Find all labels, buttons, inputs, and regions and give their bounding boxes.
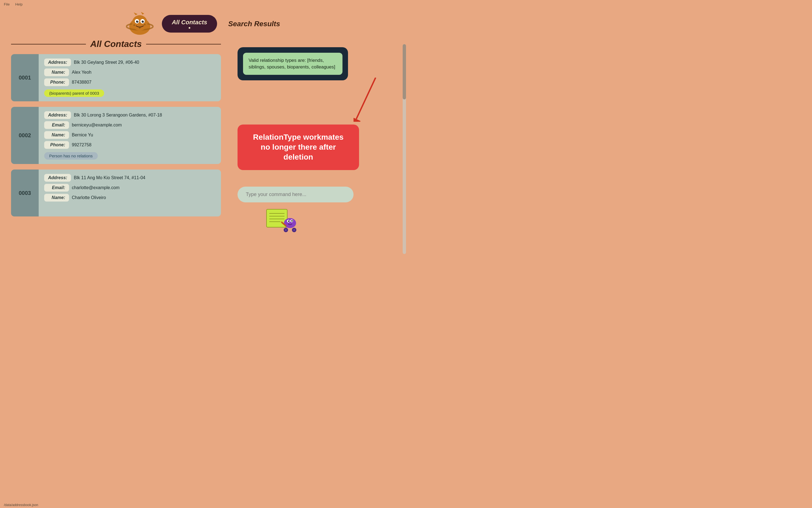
address-value-0002: Blk 30 Lorong 3 Serangoon Gardens, #07-1…: [74, 113, 162, 118]
name-row-0002: Name: Bernice Yu: [44, 131, 215, 139]
logo-area: [126, 11, 154, 36]
all-contacts-button[interactable]: All Contacts: [162, 15, 217, 33]
relation-tag-0002: Person has no relations: [44, 152, 98, 160]
phone-value-0001: 87438807: [72, 80, 91, 85]
scrollbar-track[interactable]: [403, 44, 406, 254]
red-message-text: RelationType workmates no longer there a…: [253, 133, 343, 162]
contact-details-0001: Address: Blk 30 Geylang Street 29, #06-4…: [39, 54, 221, 101]
name-value-0001: Alex Yeoh: [72, 70, 91, 75]
svg-marker-9: [134, 12, 137, 15]
main-layout: All Contacts 0001 Address: Blk 30 Geylan…: [0, 39, 406, 234]
name-value-0002: Bernice Yu: [72, 132, 93, 137]
address-row-0003: Address: Blk 11 Ang Mo Kio Street 74, #1…: [44, 174, 215, 182]
tooltip-container: Valid relationship types are: [friends, …: [238, 47, 395, 80]
menu-file[interactable]: File: [4, 2, 10, 6]
phone-row-0002: Phone: 99272758: [44, 141, 215, 149]
svg-point-11: [133, 24, 135, 26]
email-row-0002: Email: berniceyu@example.com: [44, 121, 215, 129]
svg-point-30: [285, 229, 287, 231]
address-value-0001: Blk 30 Geylang Street 29, #06-40: [74, 60, 139, 65]
email-row-0003: Email: charlotte@example.com: [44, 184, 215, 192]
email-label-0003: Email:: [44, 184, 69, 192]
email-value-0003: charlotte@example.com: [72, 185, 120, 190]
svg-point-7: [137, 21, 138, 22]
svg-marker-10: [141, 12, 144, 15]
contact-card-0002: 0002 Address: Blk 30 Lorong 3 Serangoon …: [11, 107, 221, 164]
tooltip-text: Valid relationship types are: [friends, …: [249, 58, 335, 70]
section-title: All Contacts: [11, 39, 221, 49]
relation-tag-0001: (bioparents) parent of 0003: [44, 89, 104, 97]
contact-id-0002: 0002: [11, 107, 39, 164]
menubar: File Help: [0, 0, 406, 8]
email-value-0002: berniceyu@example.com: [72, 123, 122, 128]
right-panel: Valid relationship types are: [friends, …: [221, 39, 395, 234]
command-input[interactable]: [238, 186, 354, 202]
phone-value-0002: 99272758: [72, 142, 91, 147]
address-label-0002: Address:: [44, 111, 71, 119]
tooltip-green-box: Valid relationship types are: [friends, …: [243, 53, 342, 75]
btn-dot: [189, 27, 190, 29]
name-label-0001: Name:: [44, 69, 69, 76]
all-contacts-btn-label: All Contacts: [172, 19, 207, 26]
mascot-bottom-area: [265, 208, 395, 234]
svg-point-8: [143, 21, 143, 22]
header: All Contacts Search Results: [0, 8, 406, 36]
name-row-0001: Name: Alex Yeoh: [44, 69, 215, 76]
left-panel: All Contacts 0001 Address: Blk 30 Geylan…: [11, 39, 221, 234]
name-label-0002: Name:: [44, 131, 69, 139]
address-value-0003: Blk 11 Ang Mo Kio Street 74, #11-04: [74, 175, 145, 180]
contact-id-0003: 0003: [11, 170, 39, 216]
svg-point-24: [288, 220, 289, 222]
address-row-0001: Address: Blk 30 Geylang Street 29, #06-4…: [44, 58, 215, 66]
menu-help[interactable]: Help: [15, 2, 23, 6]
address-label-0003: Address:: [44, 174, 71, 182]
contact-details-0002: Address: Blk 30 Lorong 3 Serangoon Garde…: [39, 107, 221, 164]
svg-point-25: [291, 220, 293, 221]
address-label-0001: Address:: [44, 58, 71, 66]
app-logo: [126, 11, 154, 36]
command-input-area: [238, 186, 395, 202]
relation-row-0002: Person has no relations: [44, 151, 215, 160]
contact-card-0001: 0001 Address: Blk 30 Geylang Street 29, …: [11, 54, 221, 101]
contact-card-0003: 0003 Address: Blk 11 Ang Mo Kio Street 7…: [11, 170, 221, 216]
name-label-0003: Name:: [44, 194, 69, 202]
tooltip-dark-bg: Valid relationship types are: [friends, …: [238, 47, 348, 80]
address-row-0002: Address: Blk 30 Lorong 3 Serangoon Garde…: [44, 111, 215, 119]
red-arrow-icon: [354, 78, 378, 122]
search-results-label: Search Results: [228, 19, 280, 28]
relation-row-0001: (bioparents) parent of 0003: [44, 88, 215, 97]
red-message-box: RelationType workmates no longer there a…: [238, 125, 359, 170]
svg-point-21: [284, 218, 296, 228]
phone-label-0001: Phone:: [44, 78, 69, 86]
phone-label-0002: Phone:: [44, 141, 69, 149]
email-label-0002: Email:: [44, 121, 69, 129]
contact-details-0003: Address: Blk 11 Ang Mo Kio Street 74, #1…: [39, 170, 221, 216]
svg-point-12: [144, 24, 146, 26]
mascot-writing-icon: [265, 208, 301, 233]
name-row-0003: Name: Charlotte Oliveiro: [44, 194, 215, 202]
svg-line-15: [356, 78, 376, 119]
contact-id-0001: 0001: [11, 54, 39, 101]
svg-point-31: [293, 229, 295, 231]
name-value-0003: Charlotte Oliveiro: [72, 195, 106, 200]
phone-row-0001: Phone: 87438807: [44, 78, 215, 86]
scrollbar-thumb[interactable]: [403, 44, 406, 99]
